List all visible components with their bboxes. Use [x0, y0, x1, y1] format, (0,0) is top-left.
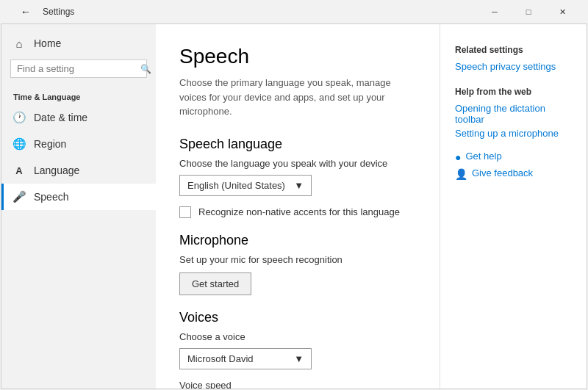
right-panel: Related settings Speech privacy settings… — [440, 24, 587, 389]
microphone-title: Microphone — [179, 233, 416, 248]
back-button[interactable]: ← — [9, 0, 43, 24]
sidebar-label-region: Region — [34, 138, 66, 150]
get-help-link[interactable]: Get help — [465, 151, 501, 162]
voice-speed-label: Voice speed — [179, 380, 416, 389]
sidebar-label-date-time: Date & time — [34, 112, 87, 123]
titlebar-title: Settings — [43, 7, 478, 17]
dictation-toolbar-link[interactable]: Opening the dictation toolbar — [455, 103, 572, 125]
page-title: Speech — [179, 45, 416, 68]
language-dropdown-chevron: ▼ — [294, 180, 304, 191]
restore-button[interactable]: □ — [512, 0, 545, 24]
language-dropdown-value: English (United States) — [187, 180, 285, 191]
close-button[interactable]: ✕ — [545, 0, 579, 24]
sidebar-item-language[interactable]: A Language — [1, 157, 156, 184]
speech-language-label: Choose the language you speak with your … — [179, 158, 416, 169]
voice-dropdown-chevron: ▼ — [294, 353, 304, 364]
minimize-button[interactable]: ─ — [478, 0, 512, 24]
search-box[interactable]: 🔍 — [10, 59, 147, 78]
window-controls: ─ □ ✕ — [478, 0, 579, 24]
related-settings-title: Related settings — [455, 45, 572, 55]
voices-title: Voices — [179, 310, 416, 325]
speech-language-title: Speech language — [179, 137, 416, 152]
language-icon: A — [13, 165, 25, 176]
sidebar-item-date-time[interactable]: 🕐 Date & time — [1, 104, 156, 131]
choose-voice-label: Choose a voice — [179, 331, 416, 342]
microphone-description: Set up your mic for speech recognition — [179, 254, 416, 265]
sidebar-item-region[interactable]: 🌐 Region — [1, 131, 156, 157]
setup-microphone-link[interactable]: Setting up a microphone — [455, 128, 572, 139]
accent-checkbox-label: Recognize non-native accents for this la… — [198, 206, 400, 217]
search-icon: 🔍 — [140, 64, 151, 74]
main-content: Speech Choose the primary language you s… — [156, 24, 440, 389]
sidebar-label-speech: Speech — [34, 191, 68, 203]
help-title: Help from the web — [455, 87, 572, 97]
sidebar-home[interactable]: ⌂ Home — [1, 30, 156, 57]
language-dropdown[interactable]: English (United States) ▼ — [179, 175, 312, 196]
give-feedback-link[interactable]: Give feedback — [472, 167, 533, 178]
sidebar: ⌂ Home 🔍 Time & Language 🕐 Date & time 🌐… — [1, 24, 156, 389]
home-icon: ⌂ — [13, 37, 25, 49]
app-container: ⌂ Home 🔍 Time & Language 🕐 Date & time 🌐… — [1, 24, 587, 389]
accent-checkbox-row[interactable]: Recognize non-native accents for this la… — [179, 206, 416, 218]
voice-dropdown-value: Microsoft David — [187, 353, 254, 364]
sidebar-item-speech[interactable]: 🎤 Speech — [1, 184, 156, 210]
voice-dropdown[interactable]: Microsoft David ▼ — [179, 348, 312, 369]
get-help-icon: ● — [455, 151, 461, 163]
speech-icon: 🎤 — [13, 191, 25, 203]
get-help-item[interactable]: ● Get help — [455, 151, 572, 163]
home-label: Home — [34, 37, 61, 49]
speech-privacy-link[interactable]: Speech privacy settings — [455, 61, 572, 72]
titlebar: ← Settings ─ □ ✕ — [0, 0, 588, 24]
page-subtitle: Choose the primary language you speak, m… — [179, 76, 416, 119]
search-input[interactable] — [17, 63, 140, 74]
region-icon: 🌐 — [13, 138, 25, 150]
sidebar-section-title: Time & Language — [1, 87, 156, 104]
give-feedback-item[interactable]: 👤 Give feedback — [455, 167, 572, 180]
date-time-icon: 🕐 — [13, 112, 25, 123]
give-feedback-icon: 👤 — [455, 168, 467, 180]
accent-checkbox[interactable] — [179, 206, 191, 218]
get-started-button[interactable]: Get started — [179, 272, 251, 295]
sidebar-label-language: Language — [34, 165, 79, 176]
